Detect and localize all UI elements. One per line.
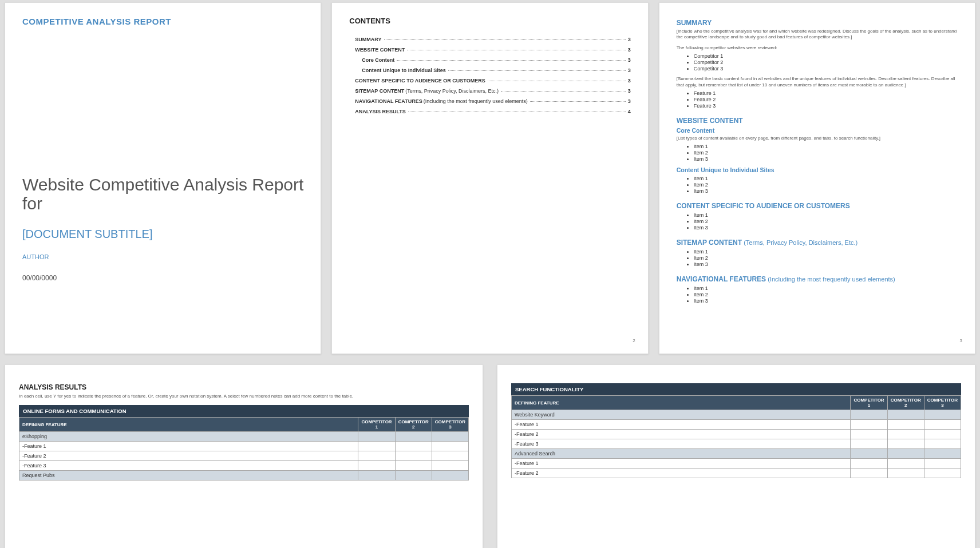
- list-item: Feature 3: [694, 103, 958, 109]
- list-item: Item 2: [694, 255, 958, 261]
- competitor-list: Competitor 1Competitor 2Competitor 3: [694, 53, 958, 72]
- cell: [851, 459, 887, 468]
- toc-label: Content Unique to Individual Sites: [362, 67, 446, 73]
- list-item: Item 2: [694, 292, 958, 297]
- analysis-desc: In each cell, use Y for yes to indicate …: [19, 394, 469, 399]
- toc-row: Content Unique to Individual Sites3: [362, 67, 630, 73]
- table-row: -Feature 2: [19, 451, 469, 461]
- cell: [924, 410, 961, 420]
- table-header: COMPETITOR 3: [432, 418, 468, 432]
- toc-label: NAVIGATIONAL FEATURES: [355, 98, 422, 104]
- cell: [851, 420, 887, 430]
- toc-label: Core Content: [362, 57, 394, 63]
- core-text: [List types of content available on ever…: [677, 136, 958, 141]
- row-label: Advanced Search: [512, 449, 851, 459]
- audience-list: Item 1Item 2Item 3: [694, 212, 958, 231]
- cell: [358, 451, 395, 461]
- cell: [924, 420, 961, 430]
- toc-label: ANALYSIS RESULTS: [355, 109, 406, 114]
- cell: [358, 432, 395, 442]
- cell: [851, 439, 887, 449]
- cell: [887, 430, 924, 439]
- page-analysis-2: SEARCH FUNCTIONALITY DEFINING FEATURECOM…: [497, 364, 975, 548]
- toc-dots: [384, 39, 626, 40]
- list-item: Competitor 3: [694, 66, 958, 72]
- table-header: DEFINING FEATURE: [19, 418, 358, 432]
- toc-page: 3: [628, 37, 631, 42]
- toc-page: 3: [628, 98, 631, 104]
- row-label: -Feature 3: [512, 439, 851, 449]
- toc: SUMMARY3WEBSITE CONTENT3Core Content3Con…: [349, 37, 630, 114]
- cell: [432, 461, 468, 471]
- sitemap-note: (Terms, Privacy Policy, Disclaimers, Etc…: [742, 239, 858, 246]
- sitemap-list: Item 1Item 2Item 3: [694, 249, 958, 267]
- cell: [851, 430, 887, 439]
- toc-dots: [501, 91, 626, 92]
- cell: [395, 451, 432, 461]
- toc-dots: [488, 81, 626, 81]
- cell: [432, 442, 468, 451]
- cell: [358, 442, 395, 451]
- cell: [432, 432, 468, 442]
- toc-row: NAVIGATIONAL FEATURES (Including the mos…: [355, 98, 630, 104]
- cell: [924, 439, 961, 449]
- list-item: Item 1: [694, 285, 958, 291]
- cell: [924, 430, 961, 439]
- table-row: Request Pubs: [19, 471, 469, 481]
- table-header: COMPETITOR 1: [358, 418, 395, 432]
- table-title-forms: ONLINE FORMS AND COMMUNICATION: [19, 405, 469, 417]
- toc-dots: [448, 70, 626, 71]
- table-row: -Feature 1: [19, 442, 469, 451]
- page-row-1: COMPETITIVE ANALYSIS REPORT Website Comp…: [5, 2, 975, 354]
- table-row: -Feature 3: [19, 461, 469, 471]
- summary-text1: [Include who the competitive analysis wa…: [677, 29, 958, 41]
- row-label: Request Pubs: [19, 471, 358, 481]
- table-row: -Feature 2: [512, 430, 961, 439]
- cell: [851, 449, 887, 459]
- nav-label: NAVIGATIONAL FEATURES: [677, 275, 766, 283]
- table-header: DEFINING FEATURE: [512, 396, 851, 410]
- cell: [924, 468, 961, 478]
- summary-text2: The following competitor websites were r…: [677, 45, 958, 51]
- table-row: Advanced Search: [512, 449, 961, 459]
- cell: [432, 471, 468, 481]
- page-number: 2: [633, 338, 635, 343]
- row-label: -Feature 1: [512, 459, 851, 468]
- analysis-heading: ANALYSIS RESULTS: [19, 383, 469, 391]
- list-item: Item 3: [694, 225, 958, 231]
- list-item: Item 3: [694, 261, 958, 267]
- row-label: -Feature 2: [19, 451, 358, 461]
- unique-list: Item 1Item 2Item 3: [694, 176, 958, 194]
- cell: [887, 410, 924, 420]
- toc-label: SUMMARY: [355, 37, 381, 42]
- table-row: Website Keyword: [512, 410, 961, 420]
- toc-label: SITEMAP CONTENT: [355, 88, 404, 94]
- nav-note: (Including the most frequently used elem…: [766, 276, 895, 283]
- toc-label: WEBSITE CONTENT: [355, 47, 405, 53]
- toc-note: (Terms, Privacy Policy, Disclaimers, Etc…: [405, 88, 499, 94]
- toc-page: 3: [628, 88, 631, 94]
- cell: [887, 459, 924, 468]
- cell: [432, 451, 468, 461]
- cell: [395, 432, 432, 442]
- toc-note: (Including the most frequently used elem…: [424, 98, 528, 104]
- list-item: Feature 2: [694, 97, 958, 102]
- table-search: DEFINING FEATURECOMPETITOR 1COMPETITOR 2…: [511, 395, 961, 478]
- list-item: Item 1: [694, 176, 958, 181]
- feature-list: Feature 1Feature 2Feature 3: [694, 90, 958, 109]
- list-item: Item 3: [694, 188, 958, 194]
- website-content-heading: WEBSITE CONTENT: [677, 117, 958, 125]
- toc-page: 3: [628, 67, 631, 73]
- table-header: COMPETITOR 1: [851, 396, 887, 410]
- list-item: Item 1: [694, 249, 958, 255]
- cell: [395, 471, 432, 481]
- list-item: Item 2: [694, 182, 958, 188]
- audience-heading: CONTENT SPECIFIC TO AUDIENCE OR CUSTOMER…: [677, 202, 958, 210]
- cell: [851, 468, 887, 478]
- toc-page: 3: [628, 47, 631, 53]
- sitemap-heading: SITEMAP CONTENT (Terms, Privacy Policy, …: [677, 239, 958, 247]
- list-item: Item 1: [694, 212, 958, 218]
- page-contents: CONTENTS SUMMARY3WEBSITE CONTENT3Core Co…: [331, 2, 648, 354]
- summary-heading: SUMMARY: [677, 19, 958, 27]
- table-forms: DEFINING FEATURECOMPETITOR 1COMPETITOR 2…: [19, 417, 469, 481]
